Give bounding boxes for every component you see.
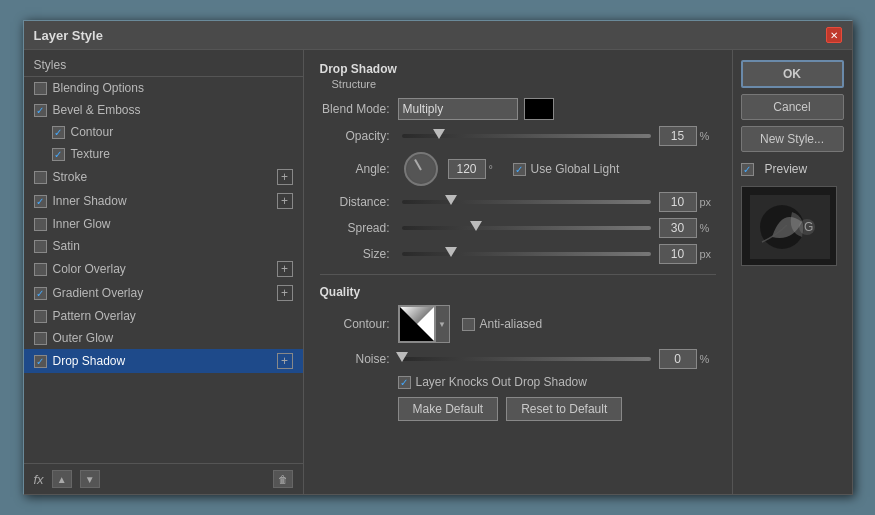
dial-line [414,159,422,170]
sidebar-item-outer-glow[interactable]: Outer Glow [24,327,303,349]
move-up-button[interactable]: ▲ [52,470,72,488]
size-slider-thumb[interactable] [445,247,457,257]
sidebar-item-blending[interactable]: Blending Options [24,77,303,99]
stroke-add-icon[interactable]: + [277,169,293,185]
spread-input[interactable] [659,218,697,238]
distance-input[interactable] [659,192,697,212]
opacity-slider-track[interactable] [402,134,651,138]
close-button[interactable]: ✕ [826,27,842,43]
spread-row: Spread: % [320,218,716,238]
angle-input[interactable] [448,159,486,179]
drop-shadow-add-icon[interactable]: + [277,353,293,369]
sidebar-item-drop-shadow[interactable]: Drop Shadow + [24,349,303,373]
layer-list: Blending Options Bevel & Emboss Contour … [24,77,303,463]
delete-button[interactable]: 🗑 [273,470,293,488]
contour-row: Contour: ▼ Anti-aliased [320,305,716,343]
opacity-input[interactable] [659,126,697,146]
blend-label: Blend Mode: [320,102,390,116]
preview-label: Preview [765,162,808,176]
inner-shadow-add-icon[interactable]: + [277,193,293,209]
ok-button[interactable]: OK [741,60,844,88]
sidebar-item-inner-glow[interactable]: Inner Glow [24,213,303,235]
sidebar-item-pattern-overlay[interactable]: Pattern Overlay [24,305,303,327]
knock-label[interactable]: Layer Knocks Out Drop Shadow [398,375,587,389]
contour-checkbox[interactable] [52,126,65,139]
noise-slider-thumb[interactable] [396,352,408,362]
styles-header: Styles [24,50,303,77]
inner-glow-checkbox[interactable] [34,218,47,231]
blend-mode-row: Blend Mode: Multiply Normal Screen Overl… [320,98,716,120]
layer-style-dialog: Layer Style ✕ Styles Blending Options Be… [23,20,853,495]
drop-shadow-checkbox[interactable] [34,355,47,368]
outer-glow-checkbox[interactable] [34,332,47,345]
sidebar-item-inner-shadow[interactable]: Inner Shadow + [24,189,303,213]
distance-slider-track[interactable] [402,200,651,204]
noise-input[interactable] [659,349,697,369]
global-light-label[interactable]: Use Global Light [513,162,620,176]
spread-unit: % [700,222,716,234]
blend-color-swatch[interactable] [524,98,554,120]
knock-row: Layer Knocks Out Drop Shadow [320,375,716,389]
quality-title: Quality [320,285,716,299]
opacity-row: Opacity: % [320,126,716,146]
preview-checkbox[interactable] [741,163,754,176]
noise-slider-container [398,357,655,361]
section-sub: Structure [332,78,716,90]
spread-slider-thumb[interactable] [470,221,482,231]
move-down-button[interactable]: ▼ [80,470,100,488]
gradient-overlay-add-icon[interactable]: + [277,285,293,301]
angle-unit: ° [489,163,505,175]
middle-panel: Drop Shadow Structure Blend Mode: Multip… [304,50,732,494]
sidebar-item-satin[interactable]: Satin [24,235,303,257]
action-row: Make Default Reset to Default [320,397,716,421]
stroke-checkbox[interactable] [34,171,47,184]
section-title: Drop Shadow [320,62,716,76]
blend-mode-select[interactable]: Multiply Normal Screen Overlay [398,98,518,120]
global-light-checkbox[interactable] [513,163,526,176]
contour-label: Contour: [320,317,390,331]
preview-image: G [741,186,837,266]
color-overlay-add-icon[interactable]: + [277,261,293,277]
blending-checkbox[interactable] [34,82,47,95]
noise-slider-track[interactable] [402,357,651,361]
cancel-button[interactable]: Cancel [741,94,844,120]
reset-default-button[interactable]: Reset to Default [506,397,622,421]
inner-shadow-checkbox[interactable] [34,195,47,208]
size-input[interactable] [659,244,697,264]
title-bar: Layer Style ✕ [24,21,852,50]
noise-unit: % [700,353,716,365]
sidebar-item-contour[interactable]: Contour [24,121,303,143]
contour-dropdown[interactable]: ▼ [398,305,450,343]
gradient-overlay-checkbox[interactable] [34,287,47,300]
sidebar-item-gradient-overlay[interactable]: Gradient Overlay + [24,281,303,305]
satin-checkbox[interactable] [34,240,47,253]
color-overlay-checkbox[interactable] [34,263,47,276]
size-row: Size: px [320,244,716,264]
knock-checkbox[interactable] [398,376,411,389]
noise-row: Noise: % [320,349,716,369]
pattern-overlay-checkbox[interactable] [34,310,47,323]
angle-row: Angle: ° Use Global Light [320,152,716,186]
sidebar-item-color-overlay[interactable]: Color Overlay + [24,257,303,281]
new-style-button[interactable]: New Style... [741,126,844,152]
distance-slider-container [398,200,655,204]
size-slider-track[interactable] [402,252,651,256]
sidebar-item-texture[interactable]: Texture [24,143,303,165]
bevel-checkbox[interactable] [34,104,47,117]
sidebar-item-stroke[interactable]: Stroke + [24,165,303,189]
contour-arrow-icon[interactable]: ▼ [435,306,449,342]
contour-preview[interactable] [399,306,435,342]
noise-label: Noise: [320,352,390,366]
distance-slider-thumb[interactable] [445,195,457,205]
texture-checkbox[interactable] [52,148,65,161]
spread-slider-track[interactable] [402,226,651,230]
angle-label: Angle: [320,162,390,176]
opacity-slider-container [398,134,655,138]
opacity-slider-thumb[interactable] [433,129,445,139]
make-default-button[interactable]: Make Default [398,397,499,421]
anti-alias-checkbox[interactable] [462,318,475,331]
size-slider-container [398,252,655,256]
sidebar-item-bevel[interactable]: Bevel & Emboss [24,99,303,121]
anti-alias-label[interactable]: Anti-aliased [462,317,543,331]
angle-dial[interactable] [404,152,438,186]
